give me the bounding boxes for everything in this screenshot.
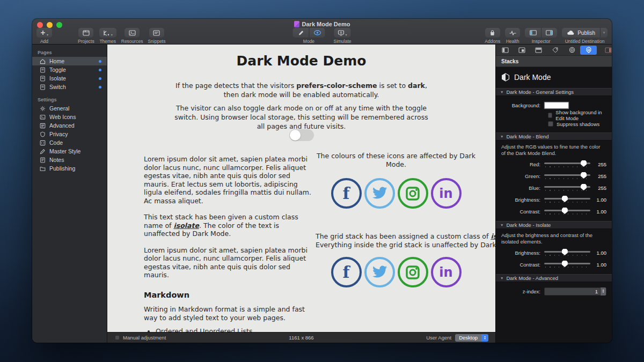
tab-page-settings[interactable] [497,46,514,55]
panel-icon [518,47,525,53]
panel-icon [502,47,509,53]
sidebar-item-general[interactable]: General [32,104,107,113]
sidebar-item-isolate[interactable]: Isolate [32,74,107,83]
pencil-icon [298,30,304,36]
health-button[interactable] [505,28,520,38]
show-background-label: Show background in Edit Mode [555,109,612,121]
sidebar-item-web-icons[interactable]: Web Icons [32,113,107,121]
panel-right-icon [605,47,612,53]
bag-icon [489,30,495,36]
addons-button[interactable] [485,28,500,38]
suppress-shadows-label: Suppress shadows [557,121,599,127]
chevron-down-icon: ▾ [47,33,48,36]
list-item: Ordered and Unordered Lists. [156,327,312,332]
zindex-label: z-index: [501,289,544,294]
tab-layout[interactable] [530,46,547,55]
page-icon [39,76,46,82]
isolate-brightness-slider[interactable] [544,249,590,256]
tab-split-view[interactable] [600,46,612,55]
themes-label: Themes [99,39,116,44]
gear-icon [586,47,592,53]
tab-theme[interactable] [564,46,580,55]
add-button[interactable]: ▾ [36,28,52,38]
blue-slider[interactable] [544,184,590,191]
twitter-icon[interactable] [364,178,395,209]
linkedin-icon[interactable]: in [431,178,462,209]
section-blend[interactable]: ▼ Dark Mode - Blend [496,132,612,141]
twitter-icon[interactable] [364,257,395,287]
isolate-contrast-slider[interactable] [544,261,590,268]
sidebar-item-notes[interactable]: Notes [32,156,107,164]
sidebar-item-toggle[interactable]: Toggle [32,65,107,74]
tab-meta-tags[interactable] [547,46,564,55]
sidebar-item-home[interactable]: Home [32,57,107,65]
lorem-paragraph-2: Lorem ipsum dolor sit amet, sapien plate… [144,246,312,279]
grid-caption-line-2: Everything inside the grid stack is unaf… [316,241,477,249]
snippets-icon [153,30,160,36]
background-color-well[interactable] [544,102,569,109]
stack-title: Dark Mode [496,67,612,88]
tab-page-inspector[interactable] [514,46,530,55]
projects-label: Projects [78,39,94,44]
inspector-toggle-button[interactable] [541,28,557,38]
status-bar: Manual adjustment 1161 x 866 User Agent … [107,332,495,343]
suppress-shadows-checkbox[interactable] [548,121,553,127]
stepper-arrows-icon[interactable]: ▲▼ [600,287,606,295]
linkedin-icon[interactable]: in [431,257,462,287]
section-isolate[interactable]: ▼ Dark Mode - Isolate [496,221,612,229]
section-general-settings[interactable]: ▼ Dark Mode - General Settings [496,88,612,96]
sliders-icon [39,123,46,129]
facebook-icon[interactable]: f [331,178,362,209]
window-title: Dark Mode Demo [32,21,612,27]
dark-mode-toggle[interactable] [289,129,314,141]
background-label: Background: [501,102,544,108]
resources-button[interactable] [125,28,140,38]
brightness-slider[interactable] [544,196,590,203]
sidebar-item-privacy[interactable]: Privacy [32,130,107,138]
sidebar-item-switch[interactable]: Switch [32,83,107,91]
show-background-checkbox[interactable] [548,113,552,118]
facebook-icon[interactable]: f [331,257,362,287]
contrast-slider[interactable] [544,208,590,215]
instagram-icon[interactable] [398,178,428,209]
code-icon [39,140,46,146]
preview-mode-button[interactable] [309,28,325,38]
inspector-segmented-control [525,28,557,38]
inspector-label: Inspector [532,39,551,44]
instagram-icon[interactable] [398,257,428,287]
user-agent-select[interactable]: Desktop ▲▼ [455,334,488,342]
themes-button[interactable]: ▾ [99,28,116,38]
eye-icon [313,30,321,35]
page-title: Dark Mode Demo [107,53,495,69]
chevron-down-icon: ▾ [111,33,113,36]
red-slider[interactable] [544,160,590,168]
tab-stacks[interactable] [580,46,597,55]
sidebar: Pages Home Toggle Isolate Switch [32,45,107,343]
intro-paragraph: If the page detects that the visitors pr… [173,81,430,99]
sidebar-item-code[interactable]: Code [32,138,107,147]
publish-options-button[interactable]: ▾ [600,28,608,38]
sidebar-item-advanced[interactable]: Advanced [32,121,107,130]
markdown-list: Ordered and Unordered Lists. Simple Link… [156,327,312,332]
projects-button[interactable] [78,28,93,38]
pulse-icon [509,31,516,35]
green-slider[interactable] [544,172,590,180]
titlebar: Dark Mode Demo [32,19,612,28]
simulate-button[interactable]: ▾ [334,28,350,38]
publish-button[interactable]: Publish [562,28,600,38]
sidebar-item-publishing[interactable]: Publishing [32,164,107,173]
snippets-button[interactable] [149,28,164,38]
edit-mode-button[interactable] [292,28,309,38]
zindex-input[interactable]: 1 ▲▼ [544,287,606,295]
plus-icon [40,30,46,35]
toggle-paragraph: The visitor can also toggle dark mode on… [173,104,430,131]
sidebar-toggle-button[interactable] [525,28,541,38]
lorem-paragraph-1: Lorem ipsum dolor sit amet, sapien plate… [144,155,312,205]
section-advanced[interactable]: ▼ Dark Mode - Advanced [496,274,612,282]
sidebar-item-master-style[interactable]: Master Style [32,147,107,156]
toolbar-center-group: Mode ▾ Simulate [292,28,351,44]
add-label: Add [40,39,48,44]
page-icon [39,67,46,73]
changed-dot [99,69,101,71]
tag-icon [552,47,559,53]
